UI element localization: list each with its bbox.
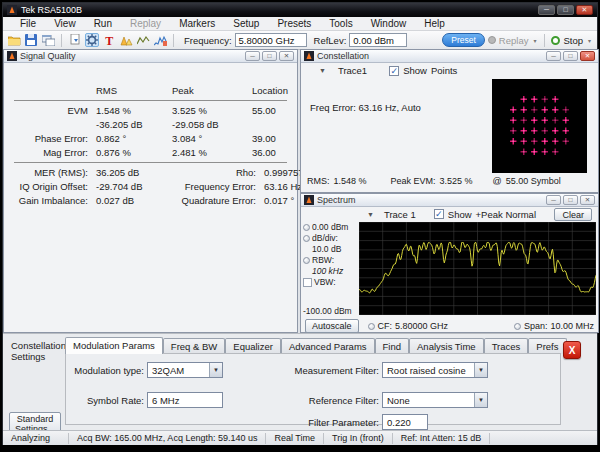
measurement-filter-dropdown[interactable]: Root raised cosine ▼ [382,362,488,378]
menu-run[interactable]: Run [85,18,121,29]
trace-selector[interactable]: Trace 1 [384,209,416,220]
menu-tools[interactable]: Tools [320,18,361,29]
autoscale-button[interactable]: Autoscale [305,319,359,333]
vbw-checkbox[interactable] [303,278,312,287]
dropdown-arrow-icon[interactable]: ▼ [474,393,487,407]
reflev-input[interactable]: 0.00 dBm [349,33,407,47]
const-close-button[interactable]: ✕ [580,51,595,61]
span-knob-icon[interactable] [514,323,521,330]
stop-button[interactable]: Stop ▾ [551,35,593,46]
sq-maximize-button[interactable]: □ [262,51,277,61]
tab-modulation-params[interactable]: Modulation Params [65,337,163,354]
replay-button[interactable]: Replay ▾ [488,35,539,46]
signal-quality-titlebar[interactable]: Signal Quality ─ □ ✕ [4,50,297,63]
rbw-label[interactable]: RBW: [312,255,334,265]
settings-panel-label: Constellation Settings [11,340,73,362]
frequency-input[interactable]: 5.80000 GHz [235,33,307,47]
cell: 0.862 ° [96,133,172,144]
cf-label: CF: [378,321,393,331]
stop-icon [551,36,560,45]
reference-filter-dropdown[interactable]: None ▼ [382,392,488,408]
db-div-value[interactable]: 10.0 dB [312,244,341,254]
analysis-icon[interactable] [153,33,167,47]
spectrum-plot[interactable] [359,222,596,315]
cf-knob-icon[interactable] [368,323,375,330]
dbdiv-knob-icon[interactable] [303,235,310,242]
cf-value[interactable]: 5.80000 GHz [395,321,448,331]
replay-dropdown-caret[interactable]: ▾ [533,37,536,44]
reflev-label: RefLev: [314,35,347,46]
export-icon[interactable] [68,33,82,47]
title-bar: Tek RSA5100B ─ □ ✕ [3,3,597,17]
show-checkbox[interactable]: ✓ [434,209,444,219]
show-label: Show [448,209,472,220]
rms-value: 1.548 % [334,176,367,186]
stop-dropdown-caret[interactable]: ▾ [588,37,591,44]
spec-close-button[interactable]: ✕ [580,195,595,205]
close-button[interactable]: ✕ [576,5,593,15]
menu-markers[interactable]: Markers [170,18,224,29]
span-value[interactable]: 10.00 MHz [550,321,594,331]
preset-button[interactable]: Preset [442,33,485,47]
const-maximize-button[interactable]: □ [563,51,578,61]
trace-dropdown-icon[interactable]: ▼ [367,211,374,218]
tab-freq-bw[interactable]: Freq & BW [163,338,225,354]
reflevel-knob-icon[interactable] [303,224,310,231]
settings-gear-icon[interactable] [85,33,99,47]
row-label: Phase Error: [12,133,96,144]
spec-minimize-button[interactable]: ─ [546,195,561,205]
toolbar: T Frequency: 5.80000 GHz RefLev: 0.00 dB… [3,31,597,50]
constellation-plot[interactable] [492,79,587,173]
show-checkbox[interactable]: ✓ [389,66,399,76]
text-marker-icon[interactable]: T [102,33,116,47]
sq-minimize-button[interactable]: ─ [245,51,260,61]
tab-find[interactable]: Find [375,338,409,354]
save-icon[interactable] [24,33,38,47]
minimize-button[interactable]: ─ [538,5,555,15]
cell: 55.00 [252,105,304,116]
menu-file[interactable]: File [11,18,45,29]
constellation-titlebar[interactable]: Constellation ─ □ ✕ [301,50,598,63]
reference-filter-label: Reference Filter: [285,395,379,406]
peak-markers-icon[interactable] [119,33,133,47]
menu-presets[interactable]: Presets [268,18,320,29]
displays-icon[interactable] [41,33,55,47]
tab-prefs[interactable]: Prefs [528,338,566,354]
constellation-panel: Constellation ─ □ ✕ ▼ Trace1 ✓ Show Poin… [300,49,599,193]
menu-replay[interactable]: Replay [121,18,170,29]
trace-icon[interactable] [136,33,150,47]
tek-panel-icon [7,51,17,61]
spec-maximize-button[interactable]: □ [563,195,578,205]
dropdown-arrow-icon[interactable]: ▼ [209,363,222,377]
spectrum-titlebar[interactable]: Spectrum ─ □ ✕ [301,194,598,207]
restore-button[interactable]: □ [557,5,574,15]
menu-window[interactable]: Window [362,18,416,29]
tab-advanced-params[interactable]: Advanced Params [281,338,375,354]
tab-equalizer[interactable]: Equalizer [225,338,281,354]
menu-view[interactable]: View [45,18,85,29]
filter-parameter-input[interactable]: 0.220 [382,414,428,430]
modulation-type-label: Modulation type: [66,365,144,376]
modulation-type-dropdown[interactable]: 32QAM ▼ [147,362,223,378]
trace-dropdown-icon[interactable]: ▼ [319,67,326,74]
ref-level-value[interactable]: 0.00 dBm [312,222,348,232]
rbw-knob-icon[interactable] [303,257,310,264]
points-label[interactable]: Points [431,65,457,76]
tab-analysis-time[interactable]: Analysis Time [409,338,484,354]
symbol-rate-input[interactable]: 6 MHz [147,392,223,408]
menu-setup[interactable]: Setup [224,18,268,29]
detector-label[interactable]: +Peak Normal [476,209,536,220]
clear-button[interactable]: Clear [554,208,592,221]
trace-selector[interactable]: Trace1 [338,65,367,76]
db-div-label[interactable]: dB/div: [312,233,338,243]
sq-close-button[interactable]: ✕ [279,51,294,61]
rbw-value[interactable]: 100 kHz [312,266,343,276]
menu-help[interactable]: Help [415,18,454,29]
open-folder-icon[interactable] [7,33,21,47]
tab-traces[interactable]: Traces [484,338,529,354]
row-label: EVM [12,105,96,116]
const-minimize-button[interactable]: ─ [546,51,561,61]
settings-panel: Constellation Settings Standard Settings… [3,333,597,430]
dropdown-arrow-icon[interactable]: ▼ [474,363,487,377]
settings-close-button[interactable]: X [563,341,581,359]
